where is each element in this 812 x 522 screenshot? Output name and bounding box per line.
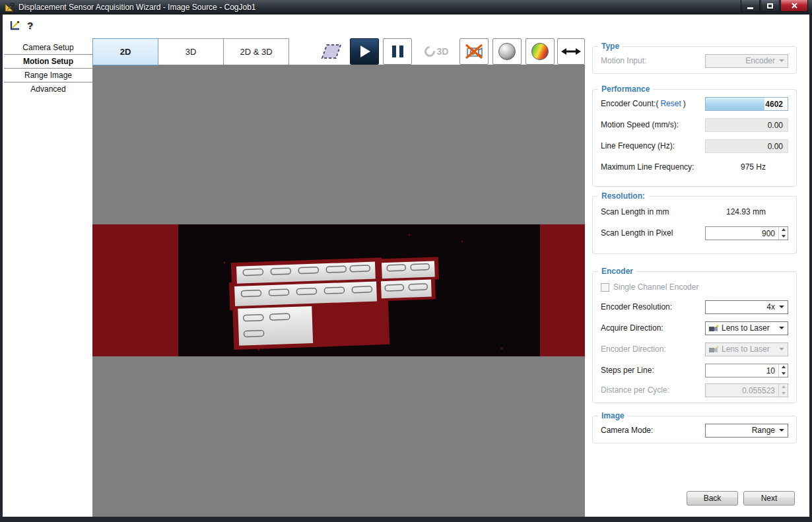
encoder-count-value: 4602 <box>765 100 783 109</box>
camera-mode-label: Camera Mode: <box>601 426 653 435</box>
minimize-icon <box>747 7 753 9</box>
motion-input-value: Encoder <box>709 56 779 65</box>
close-icon <box>792 3 797 9</box>
range-image-canvas <box>92 65 585 517</box>
chevron-down-icon <box>779 306 784 308</box>
back-button[interactable]: Back <box>687 491 738 506</box>
next-button-label: Next <box>761 494 778 503</box>
spinner-buttons[interactable] <box>778 227 788 240</box>
encoder-count-field: 4602 <box>705 97 788 111</box>
range-image-display[interactable] <box>92 65 585 517</box>
encoder-resolution-value: 4x <box>709 302 779 311</box>
lens-direction-icon <box>709 346 719 353</box>
spin-up-icon <box>779 384 788 391</box>
measure-tool-icon[interactable] <box>9 20 20 31</box>
steps-per-line-label: Steps per Line: <box>601 366 654 375</box>
minimize-button[interactable] <box>741 0 760 12</box>
roi-select-button[interactable] <box>317 38 346 65</box>
acquire-direction-value: Lens to Laser <box>719 323 779 333</box>
play-button[interactable] <box>350 38 379 65</box>
spin-down-icon[interactable] <box>779 370 788 377</box>
mini-toolbar: ? <box>9 20 33 31</box>
scan-length-px-value: 900 <box>706 227 778 240</box>
title-bar: Displacement Sensor Acquisition Wizard -… <box>0 0 812 15</box>
spin-up-icon[interactable] <box>779 227 788 234</box>
encoder-resolution-select[interactable]: 4x <box>705 300 788 314</box>
maximize-button[interactable] <box>761 0 780 12</box>
fit-width-button[interactable] <box>557 38 585 65</box>
maximize-icon <box>767 3 773 9</box>
nav-item-camera-setup[interactable]: Camera Setup <box>4 41 92 55</box>
lens-direction-icon <box>709 325 719 332</box>
encoder-count-label-prefix: Encoder Count:( <box>601 99 658 108</box>
help-icon[interactable]: ? <box>27 20 33 31</box>
refresh-3d-label: 3D <box>437 46 449 57</box>
nav-item-range-image[interactable]: Range Image <box>4 69 92 82</box>
group-resolution: Resolution: Scan Length in mm 124.93 mm … <box>592 196 797 254</box>
distance-per-cycle-label: Distance per Cycle: <box>601 385 669 395</box>
next-button[interactable]: Next <box>743 491 795 506</box>
motion-input-label: Motion Input: <box>601 56 646 65</box>
grayscale-render-button[interactable] <box>492 38 522 65</box>
max-line-frequency-value: 975 Hz <box>741 162 788 172</box>
group-image: Image Camera Mode: Range <box>592 416 797 443</box>
encoder-count-label-suffix: ) <box>683 99 686 108</box>
roi-region-icon <box>321 43 342 60</box>
play-icon <box>360 46 370 57</box>
scan-length-mm-value: 124.93 mm <box>726 207 788 216</box>
pause-button[interactable] <box>383 38 412 65</box>
line-frequency-label: Line Frequency (Hz): <box>601 141 675 150</box>
acquire-direction-label: Acquire Direction: <box>601 323 663 333</box>
camera-disconnect-button[interactable] <box>459 38 489 65</box>
nav-item-motion-setup[interactable]: Motion Setup <box>4 55 92 69</box>
spin-down-icon <box>779 390 788 397</box>
acquire-direction-select[interactable]: Lens to Laser <box>705 321 788 335</box>
tab-2d[interactable]: 2D <box>92 38 158 65</box>
window-controls <box>740 0 808 12</box>
close-button[interactable] <box>780 0 808 12</box>
single-channel-label: Single Channel Encoder <box>613 282 698 292</box>
encoder-resolution-label: Encoder Resolution: <box>601 302 672 311</box>
encoder-direction-label: Encoder Direction: <box>601 344 666 354</box>
app-icon <box>5 3 15 13</box>
group-type: Type Motion Input: Encoder <box>592 46 797 74</box>
camera-mode-select[interactable]: Range <box>705 424 788 438</box>
spinner-buttons[interactable] <box>778 364 788 377</box>
encoder-count-label: Encoder Count:(Reset) <box>601 99 686 108</box>
color-sphere-icon <box>531 43 549 60</box>
encoder-direction-select: Lens to Laser <box>705 343 788 356</box>
motion-speed-label: Motion Speed (mm/s): <box>601 120 679 129</box>
max-line-frequency-label: Maximum Line Frequency: <box>601 162 694 172</box>
color-render-button[interactable] <box>525 38 555 65</box>
camera-disconnected-icon <box>465 44 483 59</box>
reset-link[interactable]: Reset <box>660 99 681 108</box>
steps-per-line-spinner[interactable]: 10 <box>705 364 788 377</box>
single-channel-checkbox <box>601 283 609 292</box>
window-title: Displacement Sensor Acquisition Wizard -… <box>18 3 256 12</box>
spin-up-icon[interactable] <box>779 364 788 371</box>
nav-item-advanced[interactable]: Advanced <box>4 82 92 96</box>
chevron-down-icon <box>779 327 784 329</box>
steps-per-line-value: 10 <box>706 364 778 377</box>
horizontal-arrows-icon <box>561 47 581 56</box>
spin-down-icon[interactable] <box>779 233 788 240</box>
back-button-label: Back <box>704 494 722 503</box>
chevron-down-icon <box>779 429 784 432</box>
chevron-down-icon <box>779 59 784 62</box>
refresh-icon <box>422 44 437 59</box>
motion-speed-field: 0.00 <box>705 118 788 132</box>
camera-mode-value: Range <box>709 426 779 435</box>
group-encoder: Encoder Single Channel Encoder Encoder R… <box>592 271 797 403</box>
encoder-direction-value: Lens to Laser <box>719 344 779 354</box>
group-performance: Performance Encoder Count:(Reset) 4602 M… <box>592 89 797 187</box>
group-image-title: Image <box>598 411 628 420</box>
chevron-down-icon <box>779 348 784 350</box>
distance-per-cycle-value: 0.055523 <box>706 384 778 397</box>
scan-length-px-spinner[interactable]: 900 <box>705 226 788 240</box>
line-frequency-field: 0.00 <box>705 139 788 153</box>
view-mode-tabs: 2D 3D 2D & 3D <box>92 38 289 65</box>
encoder-count-progress <box>706 98 764 110</box>
tab-3d[interactable]: 3D <box>158 38 224 65</box>
group-encoder-title: Encoder <box>598 267 636 276</box>
tab-2d-and-3d[interactable]: 2D & 3D <box>223 38 289 65</box>
